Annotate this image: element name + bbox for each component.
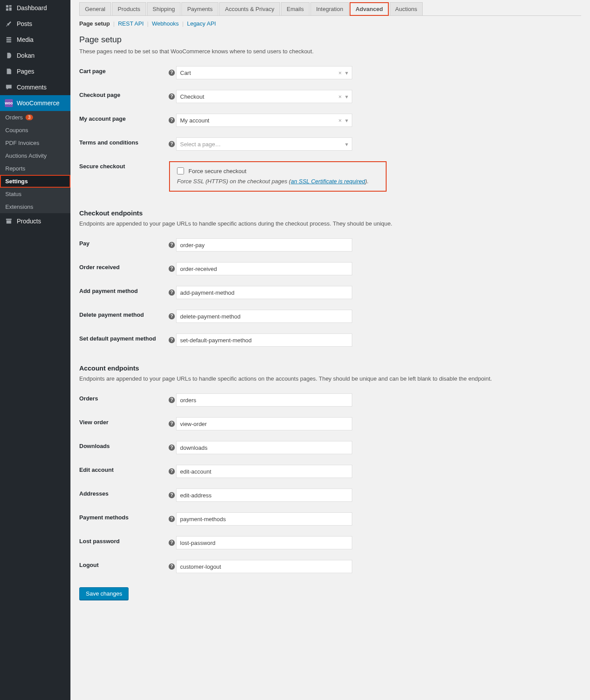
sidebar-item-label: Dokan	[17, 52, 34, 59]
settings-subtabs: Page setup | REST API | Webhooks | Legac…	[79, 16, 581, 27]
help-icon[interactable]: ?	[169, 313, 175, 319]
sidebar-item-pages[interactable]: Pages	[0, 63, 70, 79]
help-icon[interactable]: ?	[169, 242, 175, 248]
sidebar-item-dokan[interactable]: Dokan	[0, 48, 70, 63]
help-icon[interactable]: ?	[169, 266, 175, 272]
tab-shipping[interactable]: Shipping	[147, 2, 181, 15]
input-payment-methods[interactable]	[176, 512, 352, 526]
chevron-down-icon: ▾	[345, 141, 348, 148]
help-icon[interactable]: ?	[169, 397, 175, 403]
help-icon[interactable]: ?	[169, 492, 175, 498]
input-lost-password[interactable]	[176, 536, 352, 549]
help-icon[interactable]: ?	[169, 289, 175, 296]
help-icon[interactable]: ?	[169, 117, 175, 123]
help-icon[interactable]: ?	[169, 540, 175, 546]
sidebar-sub-orders[interactable]: Orders3	[0, 111, 70, 124]
help-icon[interactable]: ?	[169, 468, 175, 474]
sidebar-sub-settings[interactable]: Settings	[0, 175, 70, 188]
svg-point-0	[7, 37, 8, 38]
select-checkout-page[interactable]: Checkout ×▾	[176, 90, 352, 103]
sidebar-sub-coupons[interactable]: Coupons	[0, 124, 70, 137]
sidebar-item-dashboard[interactable]: Dashboard	[0, 0, 70, 16]
label-downloads: Downloads	[79, 441, 167, 449]
settings-tabs: GeneralProductsShippingPaymentsAccounts …	[79, 1, 581, 16]
archive-icon	[4, 217, 13, 226]
sidebar-sub-extensions[interactable]: Extensions	[0, 200, 70, 213]
subtab-webhooks[interactable]: Webhooks	[152, 20, 179, 27]
help-icon[interactable]: ?	[169, 70, 175, 76]
sidebar-sub-reports[interactable]: Reports	[0, 162, 70, 175]
svg-point-1	[7, 40, 8, 41]
woo-icon: woo	[4, 99, 13, 107]
tab-emails[interactable]: Emails	[281, 2, 310, 15]
label-order-received: Order received	[79, 262, 167, 270]
input-set-default-payment-method[interactable]	[176, 333, 352, 347]
sidebar-item-woocommerce[interactable]: wooWooCommerce	[0, 95, 70, 111]
label-lost-password: Lost password	[79, 536, 167, 544]
input-logout[interactable]	[176, 560, 352, 573]
label-payment-methods: Payment methods	[79, 512, 167, 521]
clear-icon[interactable]: ×	[338, 70, 342, 76]
sidebar-item-products[interactable]: Products	[0, 213, 70, 229]
input-delete-payment-method[interactable]	[176, 310, 352, 323]
input-view-order[interactable]	[176, 417, 352, 430]
label-pay: Pay	[79, 238, 167, 247]
chevron-down-icon: ▾	[345, 70, 348, 76]
sidebar-item-media[interactable]: Media	[0, 32, 70, 48]
checkbox-force-secure[interactable]	[177, 167, 184, 174]
help-icon[interactable]: ?	[169, 421, 175, 427]
label-delete-payment-method: Delete payment method	[79, 310, 167, 318]
ssl-cert-link[interactable]: an SSL Certificate is required	[291, 178, 365, 185]
help-icon[interactable]: ?	[169, 93, 175, 100]
subtab-rest-api[interactable]: REST API	[118, 20, 144, 27]
input-orders[interactable]	[176, 393, 352, 407]
clear-icon[interactable]: ×	[338, 93, 342, 100]
secure-hint: Force SSL (HTTPS) on the checkout pages …	[177, 178, 379, 185]
secure-checkout-box: Force secure checkout Force SSL (HTTPS) …	[169, 161, 387, 192]
select-my-account-page[interactable]: My account ×▾	[176, 114, 352, 127]
section-desc: These pages need to be set so that WooCo…	[79, 48, 581, 55]
section-heading-page-setup: Page setup	[79, 35, 581, 44]
select-cart-page[interactable]: Cart ×▾	[176, 66, 352, 79]
help-icon[interactable]: ?	[169, 141, 175, 147]
label-addresses: Addresses	[79, 489, 167, 497]
input-add-payment-method[interactable]	[176, 286, 352, 299]
sidebar-item-comments[interactable]: Comments	[0, 79, 70, 95]
sidebar-item-label: WooCommerce	[17, 100, 59, 107]
help-icon[interactable]: ?	[169, 337, 175, 343]
select-terms-page[interactable]: Select a page… ▾	[176, 137, 352, 151]
section-heading-account-endpoints: Account endpoints	[79, 364, 581, 372]
tab-integration[interactable]: Integration	[310, 2, 349, 15]
dashboard-icon	[4, 4, 13, 12]
input-order-received[interactable]	[176, 262, 352, 275]
sidebar-sub-auctions-activity[interactable]: Auctions Activity	[0, 149, 70, 162]
tab-products[interactable]: Products	[112, 2, 146, 15]
label-view-order: View order	[79, 417, 167, 426]
subtab-page-setup[interactable]: Page setup	[79, 20, 110, 27]
tab-payments[interactable]: Payments	[181, 2, 218, 15]
clear-icon[interactable]: ×	[338, 117, 342, 124]
admin-sidebar: DashboardPostsMediaDokanPagesCommentswoo…	[0, 0, 70, 700]
sidebar-item-label: Media	[17, 36, 33, 43]
tab-advanced[interactable]: Advanced	[350, 2, 388, 16]
sidebar-sub-pdf-invoices[interactable]: PDF Invoices	[0, 137, 70, 149]
checkbox-label: Force secure checkout	[188, 168, 247, 174]
input-downloads[interactable]	[176, 441, 352, 454]
label-checkout-page: Checkout page	[79, 90, 167, 98]
media-icon	[4, 35, 13, 44]
pin-icon	[4, 19, 13, 28]
dokan-icon	[4, 51, 13, 60]
subtab-legacy-api[interactable]: Legacy API	[187, 20, 216, 27]
tab-general[interactable]: General	[79, 2, 111, 15]
tab-auctions[interactable]: Auctions	[390, 2, 423, 15]
help-icon[interactable]: ?	[169, 444, 175, 451]
save-changes-button[interactable]: Save changes	[79, 587, 129, 600]
help-icon[interactable]: ?	[169, 563, 175, 570]
input-addresses[interactable]	[176, 489, 352, 502]
sidebar-sub-status[interactable]: Status	[0, 188, 70, 200]
help-icon[interactable]: ?	[169, 516, 175, 522]
input-edit-account[interactable]	[176, 465, 352, 478]
input-pay[interactable]	[176, 238, 352, 252]
tab-accounts-privacy[interactable]: Accounts & Privacy	[219, 2, 280, 15]
sidebar-item-posts[interactable]: Posts	[0, 16, 70, 32]
